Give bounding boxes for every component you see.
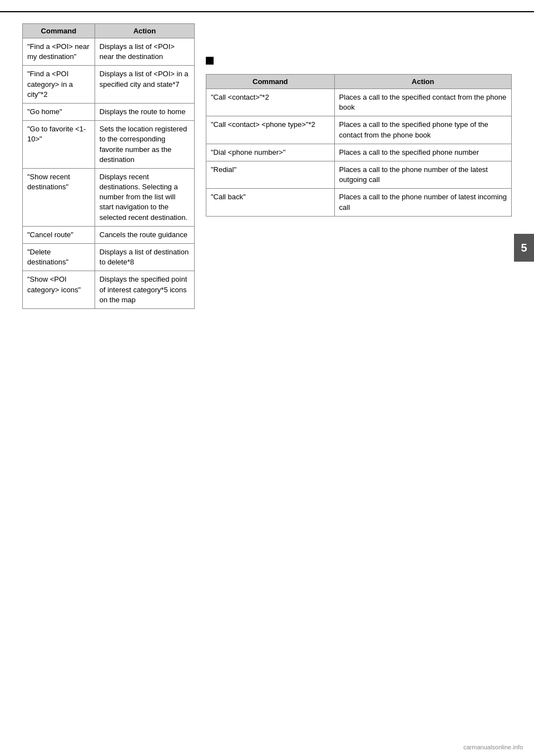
left-table-command-cell: "Go to favorite <1-10>" [23,121,95,169]
left-table-command-cell: "Go home" [23,103,95,120]
right-section: Command Action "Call <contact>"*2Places … [206,23,512,309]
right-table-command-cell: "Dial <phone number>" [206,144,335,161]
right-table-action-cell: Places a call to the phone number of lat… [334,189,511,216]
left-table-row: "Show recent destinations"Displays recen… [23,168,195,226]
right-table-row: "Call <contact>"*2Places a call to the s… [206,89,512,116]
right-table-command-cell: "Call <contact>"*2 [206,89,335,116]
left-table-action-cell: Displays the specified point of interest… [95,271,194,309]
top-rule [0,11,534,12]
left-table-action-cell: Displays recent destinations. Selecting … [95,168,194,226]
left-table-action-cell: Displays a list of <POI> in a specified … [95,66,194,104]
right-table-row: "Redial"Places a call to the phone numbe… [206,161,512,188]
right-table-header-row: Command Action [206,75,512,89]
right-table-command-cell: "Call back" [206,189,335,216]
left-table-row: "Delete destinations"Displays a list of … [23,244,195,271]
left-table-command-header: Command [23,24,95,38]
right-table-command-header: Command [206,75,335,89]
right-table-action-cell: Places a call to the specified phone num… [334,144,511,161]
right-table-command-cell: "Redial" [206,161,335,188]
left-table-action-cell: Cancels the route guidance [95,226,194,243]
content-area: Command Action "Find a <POI> near my des… [0,23,534,309]
right-table-row: "Call <contact> <phone type>"*2Places a … [206,116,512,144]
left-table-action-cell: Displays the route to home [95,103,194,120]
left-table-command-cell: "Cancel route" [23,226,95,243]
right-table-action-header: Action [334,75,511,89]
section-bullet [206,57,214,65]
left-table-action-cell: Displays a list of destination to delete… [95,244,194,271]
left-table-command-cell: "Find a <POI> near my destination" [23,38,95,66]
left-table-row: "Go to favorite <1-10>"Sets the location… [23,121,195,169]
left-table-command-cell: "Show recent destinations" [23,168,95,226]
left-section: Command Action "Find a <POI> near my des… [22,23,195,309]
right-table-action-cell: Places a call to the phone number of the… [334,161,511,188]
left-table-row: "Show <POI category> icons"Displays the … [23,271,195,309]
right-table-action-cell: Places a call to the specified contact f… [334,89,511,116]
side-tab-number: 5 [514,234,534,262]
left-table-action-header: Action [95,24,194,38]
left-table-row: "Find a <POI category> in a city"*2Displ… [23,66,195,104]
left-table-command-cell: "Find a <POI category> in a city"*2 [23,66,95,104]
left-table-row: "Find a <POI> near my destination"Displa… [23,38,195,66]
left-table-action-cell: Sets the location registered to the corr… [95,121,194,169]
left-table-row: "Cancel route"Cancels the route guidance [23,226,195,243]
right-table-command-cell: "Call <contact> <phone type>"*2 [206,116,335,144]
right-table: Command Action "Call <contact>"*2Places … [206,74,512,217]
watermark: carmanualsonline.info [463,744,523,750]
left-table-header-row: Command Action [23,24,195,38]
left-table-command-cell: "Delete destinations" [23,244,95,271]
page-container: 5 Command Action "Find a <POI> near my d… [0,0,534,756]
right-table-row: "Call back"Places a call to the phone nu… [206,189,512,216]
left-table-command-cell: "Show <POI category> icons" [23,271,95,309]
left-table: Command Action "Find a <POI> near my des… [22,23,195,309]
left-table-action-cell: Displays a list of <POI> near the destin… [95,38,194,66]
right-table-row: "Dial <phone number>"Places a call to th… [206,144,512,161]
left-table-row: "Go home"Displays the route to home [23,103,195,120]
right-table-action-cell: Places a call to the specified phone typ… [334,116,511,144]
